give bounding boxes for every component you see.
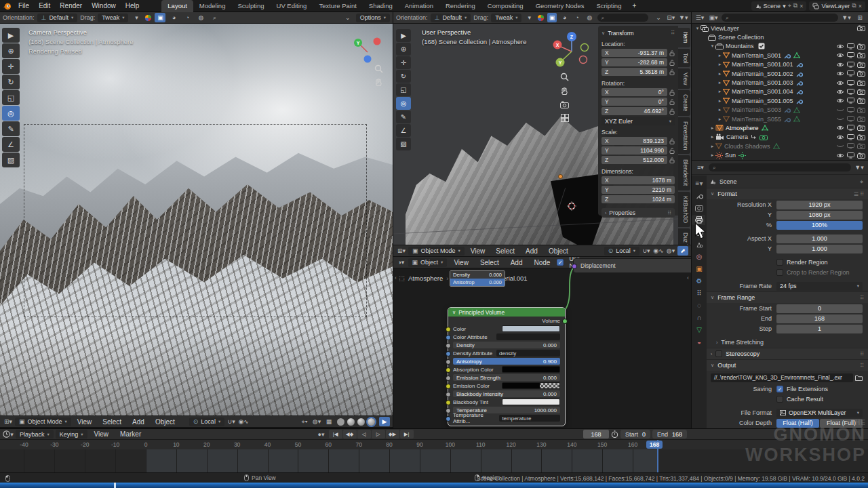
section-header-output[interactable]: ∨Output⠿ — [707, 359, 868, 371]
eye-toggle-icon[interactable] — [836, 80, 844, 86]
eye-toggle-icon[interactable] — [836, 52, 844, 58]
color-depth-toggle[interactable]: Float (Half)Float (Full) — [776, 419, 863, 428]
shading-wireframe-icon[interactable] — [337, 418, 344, 426]
globe-icon[interactable]: ◕ — [559, 13, 569, 22]
options-dropdown[interactable]: Options▾ — [356, 14, 390, 22]
properties-subpanel-collapsed[interactable]: ›Properties⠿ — [601, 208, 675, 218]
npanel-tab-tool[interactable]: Tool — [678, 49, 690, 68]
float-row-anisotrop[interactable]: Anisotrop0.000 — [450, 279, 505, 286]
shader-editor[interactable]: ◑▾ ▣Object▾ View Select Add Node ✓ Use N… — [393, 257, 691, 428]
screen-toggle-icon[interactable] — [847, 98, 854, 104]
node-input-density-attribute[interactable]: Density Attributedensity — [448, 349, 565, 357]
properties-tab-object-data[interactable]: ▽ — [693, 325, 705, 335]
eye-toggle-icon[interactable] — [836, 70, 844, 77]
screen-toggle-icon[interactable] — [847, 107, 854, 113]
proportional-icon[interactable]: ◔ — [182, 13, 193, 22]
menu-select[interactable]: Select — [98, 418, 126, 426]
time-stretching-subpanel[interactable]: Time Stretching — [721, 339, 764, 346]
timeline[interactable]: ▾ Playback▾ Keying▾ View Marker ●▾ |◀ ◀◆… — [0, 428, 868, 472]
npanel-tab-duz-to-blen[interactable]: Duz To Blen — [678, 228, 690, 245]
crop-to-render-region-checkbox[interactable] — [776, 269, 783, 276]
node-input-anisotropy[interactable]: Anisotropy0.900 — [448, 357, 565, 365]
disclosure-icon[interactable]: ▸ — [717, 89, 723, 94]
color-swatch[interactable] — [502, 382, 560, 389]
input-socket[interactable] — [446, 384, 451, 389]
snap-active-icon[interactable]: ▣ — [155, 13, 165, 22]
input-socket[interactable] — [446, 359, 451, 365]
object-name[interactable]: Scene Collection — [718, 34, 764, 41]
properties-tab-physics[interactable]: ◌ — [693, 300, 705, 310]
menu-view[interactable]: View — [466, 247, 490, 255]
eye-toggle-icon[interactable] — [836, 152, 844, 159]
menu-add[interactable]: Add — [521, 247, 542, 255]
camera-toggle-icon[interactable] — [857, 143, 865, 149]
outliner-row-mainterrain-s003[interactable]: ▸MainTerrain_S003 — [692, 106, 868, 115]
collections-visibility-icon[interactable]: ⊟▾ — [666, 13, 675, 22]
screen-toggle-icon[interactable] — [847, 134, 854, 140]
camera-toggle-icon[interactable] — [857, 116, 865, 122]
file-extensions-checkbox[interactable]: ✓ — [776, 386, 783, 392]
input-socket[interactable] — [446, 400, 451, 405]
step-field[interactable]: 1 — [776, 325, 863, 333]
transform-orientation-dropdown[interactable]: ⊙Local▾ — [189, 418, 224, 426]
delete-scene-icon[interactable]: × — [800, 3, 803, 9]
scale-x-field[interactable]: X839.123 — [601, 137, 667, 145]
node-input-emission-color[interactable]: Emission Color — [448, 382, 565, 390]
workspace-tab-geometry-nodes[interactable]: Geometry Nodes — [530, 0, 591, 12]
disclosure-icon[interactable]: ▸ — [709, 125, 715, 131]
outliner-search-input[interactable]: ⌕ — [722, 14, 838, 22]
use-nodes-checkbox[interactable]: ✓ — [557, 259, 564, 266]
eye-toggle-icon[interactable] — [836, 134, 844, 140]
proportional-edit-icon[interactable]: ◉∿ — [238, 417, 249, 426]
node-input-density[interactable]: Density0.000 — [448, 341, 565, 349]
tool-extra-dropdown-icon[interactable]: ▾ — [131, 13, 142, 22]
move-tool[interactable]: ✛ — [2, 59, 20, 74]
eye-toggle-icon[interactable] — [836, 107, 844, 113]
cursor-tool[interactable]: ⊕ — [396, 43, 411, 56]
properties-tab-scene[interactable] — [693, 239, 705, 249]
disclosure-icon[interactable]: ▸ — [709, 144, 715, 149]
outliner-row-mainterrain-s001-005[interactable]: ▸MainTerrain_S001.005 — [692, 96, 868, 105]
y-field[interactable]: 1.000 — [776, 245, 863, 253]
rotation-x-lock-icon[interactable] — [669, 89, 675, 96]
rotation-y-lock-icon[interactable] — [669, 99, 675, 105]
outliner-row-camera[interactable]: ▸Camera — [692, 133, 868, 142]
menu-node[interactable]: Node — [529, 259, 555, 266]
disclosure-icon[interactable]: ▾ — [694, 26, 701, 31]
drag-dropdown[interactable]: Tweak▾ — [491, 14, 521, 22]
rotation-z-field[interactable]: Z46.692° — [601, 107, 667, 115]
location-y-field[interactable]: Y-282.68 m — [601, 58, 667, 66]
menu-add[interactable]: Add — [127, 418, 149, 426]
node-input-absorption-color[interactable]: Absorption Color — [448, 365, 565, 373]
outliner-row-mainterrain-s001[interactable]: ▸MainTerrain_S001 — [692, 51, 868, 60]
npanel-tab-forestation[interactable]: Forestation — [678, 117, 690, 155]
workspace-tab-rendering[interactable]: Rendering — [439, 0, 481, 12]
screen-toggle-icon[interactable] — [847, 43, 854, 49]
falloff-icon[interactable]: ◍ — [195, 13, 206, 22]
screen-toggle-icon[interactable] — [847, 152, 854, 159]
float-row-density[interactable]: Density0.000 — [450, 271, 505, 279]
camera-toggle-icon[interactable] — [857, 89, 865, 95]
workspace-tab-sculpting[interactable]: Sculpting — [231, 0, 270, 12]
input-socket[interactable] — [446, 416, 451, 422]
screen-toggle-icon[interactable] — [847, 116, 854, 122]
properties-tab-editor[interactable]: ≡▾ — [693, 178, 705, 188]
frame-end-field[interactable]: End168 — [652, 430, 687, 439]
node-input-color-attribute[interactable]: Color Attribute — [448, 333, 565, 341]
panel-options-icon[interactable]: ⠿ — [671, 30, 675, 36]
object-name[interactable]: MainTerrain_S001.003 — [732, 79, 793, 86]
npanel-tab-create[interactable]: Create — [678, 90, 690, 116]
eye-toggle-icon[interactable] — [836, 43, 844, 49]
main-menu-render[interactable]: Render — [55, 2, 87, 9]
scale-y-lock-icon[interactable] — [669, 148, 675, 154]
npanel-tab-view[interactable]: View — [678, 68, 690, 89]
transform-panel-title[interactable]: Transform — [608, 30, 633, 37]
new-collection-icon[interactable]: ⊞ — [854, 13, 865, 22]
outliner-row-scene-collection[interactable]: Scene Collection — [692, 33, 868, 41]
slider-emission-strength[interactable]: Emission Strength0.000 — [453, 374, 560, 381]
disclosure-icon[interactable]: ▸ — [709, 134, 715, 140]
camera-toggle-icon[interactable] — [857, 43, 865, 49]
camera-toggle-icon[interactable] — [857, 134, 865, 140]
properties-tab-constraints[interactable]: ∩ — [693, 312, 705, 323]
grid-toggle-icon[interactable] — [561, 114, 569, 122]
